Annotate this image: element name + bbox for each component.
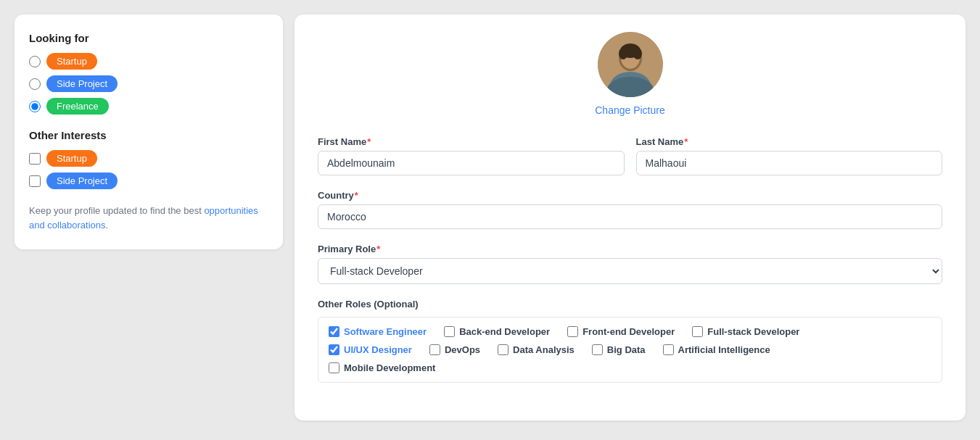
role-software-engineer[interactable]: Software Engineer <box>329 326 427 337</box>
role-fullstack-developer[interactable]: Full-stack Developer <box>692 326 799 337</box>
role-uiux-designer[interactable]: UI/UX Designer <box>329 344 412 355</box>
primary-role-select[interactable]: Full-stack Developer Front-end Developer… <box>318 258 942 284</box>
change-picture-link[interactable]: Change Picture <box>595 104 665 116</box>
other-roles-section: Other Roles (Optional) Software Engineer… <box>318 299 942 383</box>
last-name-label: Last Name* <box>636 136 943 147</box>
first-name-input[interactable] <box>318 151 625 175</box>
last-name-input[interactable] <box>636 151 943 175</box>
checkbox-frontend-developer[interactable] <box>567 326 578 337</box>
role-backend-developer[interactable]: Back-end Developer <box>444 326 550 337</box>
svg-point-7 <box>633 48 642 59</box>
checkbox-side-project-interest-input[interactable] <box>29 175 41 187</box>
badge-startup: Startup <box>46 53 97 70</box>
radio-startup[interactable]: Startup <box>29 53 268 70</box>
first-name-group: First Name* <box>318 136 625 175</box>
name-row: First Name* Last Name* <box>318 136 942 175</box>
checkbox-mobile-development[interactable] <box>329 362 339 373</box>
left-panel: Looking for Startup Side Project Freelan… <box>15 14 283 249</box>
roles-grid: Software Engineer Back-end Developer Fro… <box>318 317 942 383</box>
radio-side-project-input[interactable] <box>29 78 41 90</box>
profile-picture-section: Change Picture <box>318 32 942 116</box>
radio-side-project[interactable]: Side Project <box>29 75 268 92</box>
primary-role-group: Primary Role* Full-stack Developer Front… <box>318 244 942 284</box>
badge-freelance: Freelance <box>46 98 109 115</box>
checkbox-backend-developer[interactable] <box>444 326 455 337</box>
role-ai[interactable]: Artificial Intelligence <box>663 344 770 355</box>
role-frontend-developer[interactable]: Front-end Developer <box>567 326 675 337</box>
country-label: Country* <box>318 190 942 201</box>
badge-side-project-interest: Side Project <box>46 173 118 189</box>
role-big-data[interactable]: Big Data <box>592 344 646 355</box>
radio-startup-input[interactable] <box>29 56 41 67</box>
looking-for-title: Looking for <box>29 32 268 44</box>
looking-for-group: Startup Side Project Freelance <box>29 53 268 115</box>
country-group: Country* <box>318 190 942 229</box>
right-panel: Change Picture First Name* Last Name* Co… <box>295 14 965 420</box>
checkbox-big-data[interactable] <box>592 344 603 355</box>
checkbox-startup-interest[interactable]: Startup <box>29 150 268 167</box>
roles-row-2: UI/UX Designer DevOps Data Analysis Big … <box>329 344 931 355</box>
other-roles-title: Other Roles (Optional) <box>318 299 942 310</box>
badge-startup-interest: Startup <box>46 150 97 167</box>
roles-row-3: Mobile Development <box>329 362 931 373</box>
svg-point-6 <box>619 48 627 59</box>
radio-freelance[interactable]: Freelance <box>29 98 268 115</box>
other-interests-title: Other Interests <box>29 129 268 141</box>
checkbox-side-project-interest[interactable]: Side Project <box>29 173 268 189</box>
checkbox-data-analysis[interactable] <box>498 344 508 355</box>
checkbox-fullstack-developer[interactable] <box>692 326 703 337</box>
checkbox-startup-interest-input[interactable] <box>29 153 41 165</box>
avatar-image <box>598 32 663 97</box>
badge-side-project: Side Project <box>46 75 118 92</box>
roles-row-1: Software Engineer Back-end Developer Fro… <box>329 326 931 337</box>
primary-role-label: Primary Role* <box>318 244 942 254</box>
avatar <box>598 32 663 97</box>
checkbox-software-engineer[interactable] <box>329 326 339 337</box>
checkbox-ai[interactable] <box>663 344 674 355</box>
last-name-group: Last Name* <box>636 136 943 175</box>
checkbox-devops[interactable] <box>429 344 440 355</box>
checkbox-uiux-designer[interactable] <box>329 344 339 355</box>
other-interests-group: Startup Side Project <box>29 150 268 189</box>
first-name-label: First Name* <box>318 136 625 147</box>
role-data-analysis[interactable]: Data Analysis <box>498 344 575 355</box>
radio-freelance-input[interactable] <box>29 101 41 112</box>
country-input[interactable] <box>318 204 942 229</box>
role-devops[interactable]: DevOps <box>429 344 480 355</box>
info-text: Keep your profile updated to find the be… <box>29 204 268 232</box>
role-mobile-development[interactable]: Mobile Development <box>329 362 435 373</box>
